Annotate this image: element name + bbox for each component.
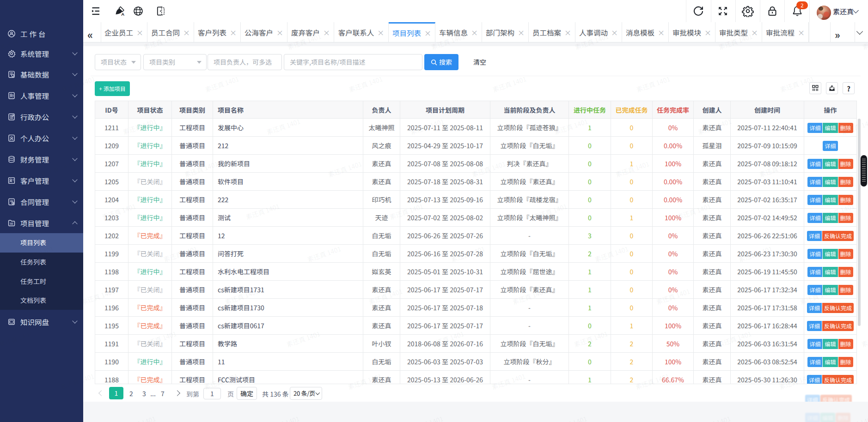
svg-text:A: A: [121, 12, 124, 17]
